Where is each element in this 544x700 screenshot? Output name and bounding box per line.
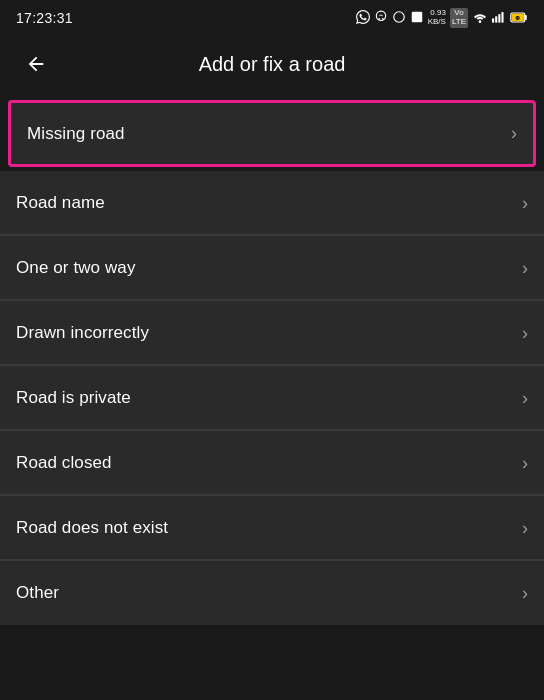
app-bar: Add or fix a road — [0, 36, 544, 92]
svg-point-0 — [376, 11, 385, 20]
menu-item-other-label: Other — [16, 583, 59, 603]
svg-rect-4 — [411, 12, 422, 23]
back-button[interactable] — [16, 44, 56, 84]
menu-item-road-does-not-exist-label: Road does not exist — [16, 518, 168, 538]
whatsapp-icon — [356, 10, 370, 27]
menu-item-road-name[interactable]: Road name › — [0, 171, 544, 235]
status-bar: 17:23:31 — [0, 0, 544, 36]
circle-icon — [392, 10, 406, 26]
svg-text:⊕: ⊕ — [515, 15, 520, 21]
back-arrow-icon — [25, 53, 47, 75]
chevron-icon-road-name: › — [522, 193, 528, 214]
svg-point-3 — [393, 12, 404, 23]
menu-item-drawn-incorrectly[interactable]: Drawn incorrectly › — [0, 301, 544, 365]
menu-item-other[interactable]: Other › — [0, 561, 544, 625]
battery-icon: ⊕ — [510, 11, 528, 26]
menu-item-missing-road-label: Missing road — [27, 124, 125, 144]
square-icon — [410, 10, 424, 26]
svg-point-1 — [378, 17, 380, 19]
status-time: 17:23:31 — [16, 10, 73, 26]
svg-rect-6 — [492, 18, 494, 22]
chevron-icon-other: › — [522, 583, 528, 604]
signal-bars-icon — [492, 10, 506, 26]
network-speed: 0.93KB/S — [428, 9, 446, 27]
svg-point-2 — [382, 17, 384, 19]
menu-item-road-closed[interactable]: Road closed › — [0, 431, 544, 495]
menu-list: Missing road › Road name › One or two wa… — [0, 100, 544, 625]
menu-item-road-does-not-exist[interactable]: Road does not exist › — [0, 496, 544, 560]
wifi-icon — [472, 10, 488, 26]
menu-item-road-closed-label: Road closed — [16, 453, 112, 473]
chevron-icon-one-two-way: › — [522, 258, 528, 279]
svg-rect-9 — [501, 12, 503, 23]
page-title: Add or fix a road — [56, 53, 488, 76]
menu-item-road-is-private-label: Road is private — [16, 388, 131, 408]
chevron-icon-road-does-not-exist: › — [522, 518, 528, 539]
chevron-icon-road-closed: › — [522, 453, 528, 474]
svg-rect-8 — [498, 14, 500, 22]
chevron-icon-road-is-private: › — [522, 388, 528, 409]
volte-badge: VoLTE — [450, 8, 468, 28]
menu-item-one-two-way[interactable]: One or two way › — [0, 236, 544, 300]
svg-point-5 — [479, 20, 482, 23]
menu-item-road-name-label: Road name — [16, 193, 105, 213]
chevron-icon-drawn-incorrectly: › — [522, 323, 528, 344]
menu-item-missing-road[interactable]: Missing road › — [8, 100, 536, 167]
menu-item-drawn-incorrectly-label: Drawn incorrectly — [16, 323, 149, 343]
chevron-icon-missing-road: › — [511, 123, 517, 144]
status-icons: 0.93KB/S VoLTE ⊕ — [356, 8, 528, 28]
menu-item-one-two-way-label: One or two way — [16, 258, 136, 278]
waze-icon — [374, 10, 388, 27]
svg-rect-7 — [495, 16, 497, 22]
menu-item-road-is-private[interactable]: Road is private › — [0, 366, 544, 430]
svg-rect-11 — [525, 15, 527, 20]
